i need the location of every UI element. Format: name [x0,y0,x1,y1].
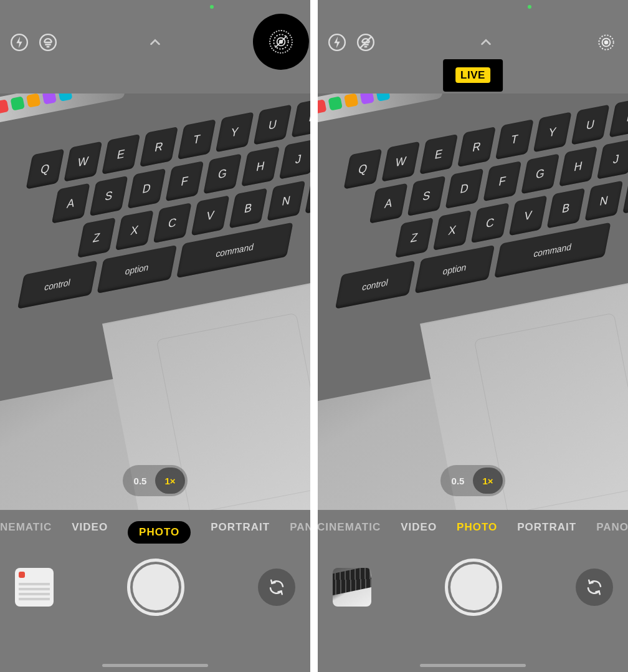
mode-cinematic[interactable]: CINEMATIC [318,521,381,534]
flash-icon[interactable] [325,31,349,54]
zoom-selector: 0.5 1× [440,465,505,496]
mode-video[interactable]: VIDEO [72,521,108,544]
home-indicator[interactable] [420,664,526,667]
flash-icon[interactable] [7,31,31,54]
camera-flip-icon[interactable] [258,569,295,606]
mode-selector[interactable]: CINEMATIC VIDEO PHOTO PORTRAIT PANO [0,521,310,544]
mode-video[interactable]: VIDEO [401,521,437,534]
mode-cinematic[interactable]: CINEMATIC [0,521,52,544]
mode-selector[interactable]: CINEMATIC VIDEO PHOTO PORTRAIT PANO [318,521,628,534]
camera-viewfinder[interactable]: QWERTYUIOPASDFGHJKLZXCVBNMcontroloptionc… [318,94,628,510]
live-photo-on-icon[interactable] [594,31,618,54]
screenshot-left: QWERTYUIOPASDFGHJKLZXCVBNMcontroloptionc… [0,0,310,672]
mode-portrait[interactable]: PORTRAIT [517,521,576,534]
zoom-0-5x[interactable]: 0.5 [443,468,473,494]
shutter-button[interactable] [445,559,502,616]
camera-active-dot [210,5,214,9]
chevron-up-icon[interactable] [143,30,168,55]
chevron-up-icon[interactable] [473,30,498,55]
live-badge: LIVE [443,59,503,92]
camera-bottom-bar: CINEMATIC VIDEO PHOTO PORTRAIT PANO [0,510,310,672]
mode-photo[interactable]: PHOTO [128,521,191,544]
mode-portrait[interactable]: PORTRAIT [211,521,270,544]
screenshot-right: LIVE QWERTYUIOPASDFGHJKLZXCVBNMcontrolop… [318,0,628,672]
zoom-0-5x[interactable]: 0.5 [125,468,155,494]
zoom-1x[interactable]: 1× [155,468,185,494]
shutter-button[interactable] [127,559,184,616]
camera-bottom-bar: CINEMATIC VIDEO PHOTO PORTRAIT PANO [318,510,628,672]
live-badge-label: LIVE [455,67,490,83]
zoom-selector: 0.5 1× [123,465,188,496]
tutorial-highlight [253,14,309,70]
camera-active-dot [528,5,531,9]
last-photo-thumbnail[interactable] [333,568,371,607]
live-photo-off-icon[interactable] [269,30,293,54]
night-mode-icon[interactable] [36,31,60,54]
zoom-1x[interactable]: 1× [473,468,503,494]
mode-photo[interactable]: PHOTO [457,521,497,534]
mode-pano[interactable]: PANO [596,521,628,534]
camera-viewfinder[interactable]: QWERTYUIOPASDFGHJKLZXCVBNMcontroloptionc… [0,94,310,510]
mode-pano[interactable]: PANO [290,521,310,544]
home-indicator[interactable] [102,664,208,667]
camera-top-bar: LIVE [318,0,628,94]
last-photo-thumbnail[interactable] [15,568,54,607]
camera-flip-icon[interactable] [576,569,613,606]
night-mode-off-icon[interactable] [354,31,378,54]
camera-top-bar [0,0,310,94]
svg-point-11 [605,41,608,44]
